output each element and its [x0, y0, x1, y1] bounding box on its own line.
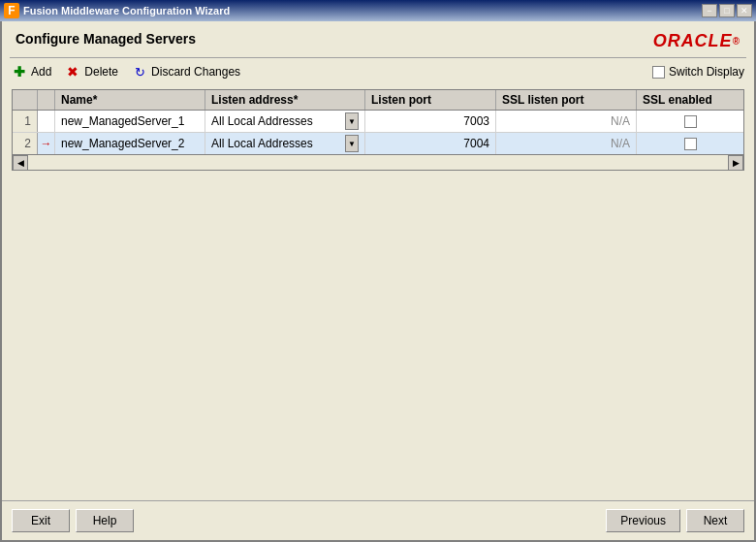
- col-header-ssl-enabled: SSL enabled: [637, 90, 743, 110]
- delete-button[interactable]: ✖ Delete: [65, 64, 118, 80]
- row-2-arrow: →: [38, 133, 55, 154]
- scroll-track[interactable]: [28, 155, 728, 170]
- main-window: Configure Managed Servers ORACLE ✚ Add ✖…: [0, 21, 756, 542]
- row-1-ssl-checkbox[interactable]: [684, 115, 697, 128]
- delete-label: Delete: [84, 65, 118, 79]
- switch-display-label: Switch Display: [669, 65, 744, 79]
- row-1-address[interactable]: All Local Addresses ▼: [205, 111, 365, 132]
- page-title: Configure Managed Servers: [16, 31, 196, 47]
- oracle-logo: ORACLE: [653, 31, 740, 51]
- row-2-ssl-checkbox[interactable]: [684, 138, 697, 150]
- col-header-num: [13, 90, 38, 110]
- row-2-address[interactable]: All Local Addresses ▼: [205, 133, 365, 154]
- table-row[interactable]: 2 → new_ManagedServer_2 All Local Addres…: [13, 133, 743, 154]
- row-2-num: 2: [13, 133, 38, 154]
- add-icon: ✚: [12, 64, 27, 80]
- bottom-left-buttons: Exit Help: [12, 509, 134, 532]
- managed-servers-table: Name* Listen address* Listen port SSL li…: [12, 89, 744, 155]
- discard-button[interactable]: ↻ Discard Changes: [132, 64, 240, 80]
- row-2-ssl-enabled[interactable]: [637, 133, 743, 154]
- minimize-button[interactable]: −: [702, 4, 717, 17]
- window-controls: − □ ✕: [702, 4, 752, 17]
- row-2-port[interactable]: 7004: [365, 133, 496, 154]
- add-button[interactable]: ✚ Add: [12, 64, 51, 80]
- toolbar: ✚ Add ✖ Delete ↻ Discard Changes Switch …: [2, 58, 754, 85]
- app-icon: F: [4, 3, 19, 18]
- col-header-arrow: [38, 90, 55, 110]
- col-header-ssl-port: SSL listen port: [496, 90, 637, 110]
- switch-display-control[interactable]: Switch Display: [652, 65, 744, 79]
- row-2-address-dropdown[interactable]: ▼: [345, 135, 359, 152]
- row-1-ssl-enabled[interactable]: [637, 111, 743, 132]
- table-row[interactable]: 1 new_ManagedServer_1 All Local Addresse…: [13, 111, 743, 133]
- row-1-arrow: [38, 111, 55, 132]
- col-header-port: Listen port: [365, 90, 496, 110]
- table-header: Name* Listen address* Listen port SSL li…: [13, 90, 743, 111]
- next-button[interactable]: Next: [686, 509, 744, 532]
- previous-button[interactable]: Previous: [606, 509, 680, 532]
- row-1-ssl-port: N/A: [496, 111, 637, 132]
- header: Configure Managed Servers ORACLE: [2, 21, 754, 57]
- switch-display-checkbox[interactable]: [652, 66, 665, 79]
- exit-button[interactable]: Exit: [12, 509, 70, 532]
- bottom-right-buttons: Previous Next: [606, 509, 744, 532]
- horizontal-scrollbar[interactable]: ◀ ▶: [12, 155, 744, 171]
- delete-icon: ✖: [65, 64, 80, 80]
- scroll-left-button[interactable]: ◀: [13, 155, 28, 171]
- discard-label: Discard Changes: [151, 65, 240, 79]
- scroll-right-button[interactable]: ▶: [728, 155, 743, 171]
- maximize-button[interactable]: □: [719, 4, 735, 17]
- title-bar: F Fusion Middleware Configuration Wizard…: [0, 0, 756, 21]
- row-1-name[interactable]: new_ManagedServer_1: [55, 111, 205, 132]
- row-1-port[interactable]: 7003: [365, 111, 496, 132]
- toolbar-right: Switch Display: [652, 65, 744, 79]
- content-area: Name* Listen address* Listen port SSL li…: [2, 85, 754, 500]
- row-2-name[interactable]: new_ManagedServer_2: [55, 133, 205, 154]
- col-header-name: Name*: [55, 90, 205, 110]
- row-2-ssl-port: N/A: [496, 133, 637, 154]
- bottom-bar: Exit Help Previous Next: [2, 500, 754, 540]
- add-label: Add: [31, 65, 51, 79]
- help-button[interactable]: Help: [76, 509, 134, 532]
- row-1-num: 1: [13, 111, 38, 132]
- close-button[interactable]: ✕: [737, 4, 752, 17]
- col-header-address: Listen address*: [205, 90, 365, 110]
- discard-icon: ↻: [132, 64, 147, 80]
- row-1-address-dropdown[interactable]: ▼: [345, 112, 359, 130]
- window-title: Fusion Middleware Configuration Wizard: [23, 5, 698, 16]
